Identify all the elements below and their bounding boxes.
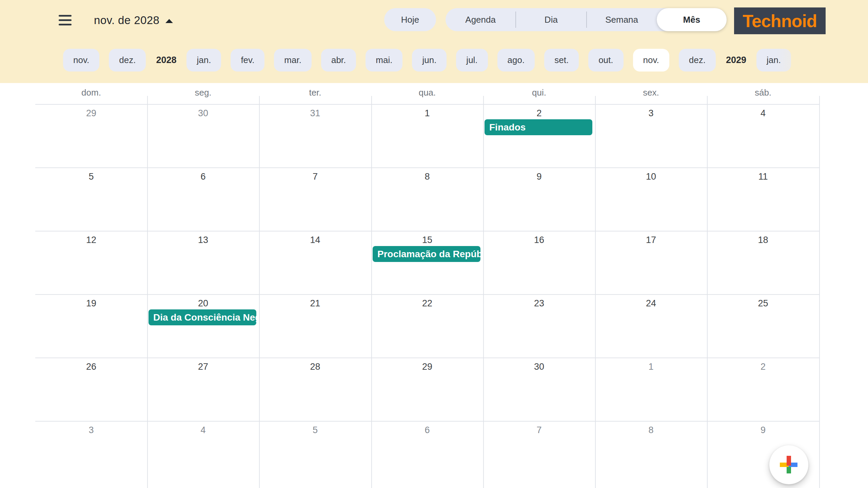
caret-up-icon [165,19,173,23]
day-cell[interactable]: 5 [259,421,371,484]
day-cell[interactable]: 26 [35,358,147,421]
event-title: Proclamação da República [373,246,480,262]
day-cell[interactable]: 16 [483,231,595,294]
view-switcher: AgendaDiaSemanaMês [446,8,727,31]
day-cell[interactable]: 28 [259,358,371,421]
event-chip[interactable]: Finados [485,119,592,135]
month-chip-dez[interactable]: dez. [109,49,146,72]
month-chip-ago[interactable]: ago. [497,49,535,72]
weekday-header: sex. [595,87,707,98]
month-chip-jan[interactable]: jan. [186,49,221,72]
day-cell[interactable]: 10 [595,167,707,231]
view-tab-semana[interactable]: Semana [587,8,657,31]
day-number: 8 [595,425,707,435]
event-chip[interactable]: Dia da Consciência Negra [149,309,256,325]
day-cell[interactable]: 22 [371,294,483,358]
day-cell[interactable]: 31 [259,104,371,167]
month-chip-nov[interactable]: nov. [63,49,99,72]
event-title: Dia da Consciência Negra [149,309,256,325]
day-number: 14 [259,235,371,245]
day-cell[interactable]: 15 [371,231,483,294]
view-tab-dia[interactable]: Dia [516,8,586,31]
month-year-selector[interactable]: nov. de 2028 [94,13,173,28]
day-number: 16 [483,235,595,245]
day-number: 1 [595,362,707,372]
day-cell[interactable]: 9 [483,167,595,231]
view-tab-agenda[interactable]: Agenda [446,8,515,31]
event-chip[interactable]: Proclamação da República [373,246,480,262]
day-number: 25 [707,298,819,308]
day-number: 10 [595,171,707,182]
day-cell[interactable]: 14 [259,231,371,294]
day-number: 8 [371,171,483,182]
day-cell[interactable]: 7 [483,421,595,484]
month-chip-jan[interactable]: jan. [756,49,791,72]
day-cell[interactable]: 6 [371,421,483,484]
day-number: 5 [259,425,371,435]
day-cell[interactable]: 23 [483,294,595,358]
month-chip-out[interactable]: out. [588,49,623,72]
day-cell[interactable]: 30 [483,358,595,421]
day-number: 6 [147,171,259,182]
day-number: 20 [147,298,259,308]
day-number: 22 [371,298,483,308]
day-number: 7 [483,425,595,435]
day-cell[interactable]: 29 [35,104,147,167]
day-cell[interactable]: 3 [35,421,147,484]
month-chip-mar[interactable]: mar. [274,49,312,72]
page-title: nov. de 2028 [94,14,159,27]
day-number: 27 [147,362,259,372]
day-cell[interactable]: 13 [147,231,259,294]
month-chip-jun[interactable]: jun. [412,49,447,72]
day-cell[interactable]: 1 [371,104,483,167]
year-label: 2029 [725,55,747,65]
day-cell[interactable]: 12 [35,231,147,294]
month-chip-strip: nov.dez.2028jan.fev.mar.abr.mai.jun.jul.… [63,49,791,72]
day-cell[interactable]: 25 [707,294,819,358]
day-number: 29 [35,108,147,118]
day-cell[interactable]: 5 [35,167,147,231]
day-number: 23 [483,298,595,308]
day-cell[interactable]: 4 [147,421,259,484]
month-chip-set[interactable]: set. [544,49,579,72]
day-cell[interactable]: 27 [147,358,259,421]
create-event-fab[interactable] [769,445,808,484]
day-cell[interactable]: 3 [595,104,707,167]
day-cell[interactable]: 8 [371,167,483,231]
month-chip-fev[interactable]: fev. [231,49,264,72]
day-cell[interactable]: 21 [259,294,371,358]
day-cell[interactable]: 19 [35,294,147,358]
day-cell[interactable]: 7 [259,167,371,231]
month-chip-dez[interactable]: dez. [679,49,716,72]
day-number: 3 [595,108,707,118]
day-number: 4 [707,108,819,118]
day-cell[interactable]: 8 [595,421,707,484]
day-number: 6 [371,425,483,435]
weekday-header: qui. [483,87,595,98]
day-cell[interactable]: 4 [707,104,819,167]
month-chip-mai[interactable]: mai. [366,49,402,72]
day-cell[interactable]: 29 [371,358,483,421]
day-cell[interactable]: 2 [483,104,595,167]
day-cell[interactable]: 24 [595,294,707,358]
day-cell[interactable]: 2 [707,358,819,421]
day-cell[interactable]: 20 [147,294,259,358]
month-chip-abr[interactable]: abr. [321,49,356,72]
day-number: 26 [35,362,147,372]
day-cell[interactable]: 6 [147,167,259,231]
day-cell[interactable]: 30 [147,104,259,167]
month-chip-nov[interactable]: nov. [633,49,669,72]
day-cell[interactable]: 18 [707,231,819,294]
weekday-header: ter. [259,87,371,98]
day-cell[interactable]: 17 [595,231,707,294]
day-number: 18 [707,235,819,245]
day-number: 31 [259,108,371,118]
hamburger-menu-icon[interactable] [59,15,72,25]
weekday-header: sáb. [707,87,819,98]
month-chip-jul[interactable]: jul. [456,49,488,72]
view-tab-mês[interactable]: Mês [657,8,727,31]
today-button[interactable]: Hoje [384,8,436,31]
day-number: 7 [259,171,371,182]
day-cell[interactable]: 11 [707,167,819,231]
day-cell[interactable]: 1 [595,358,707,421]
